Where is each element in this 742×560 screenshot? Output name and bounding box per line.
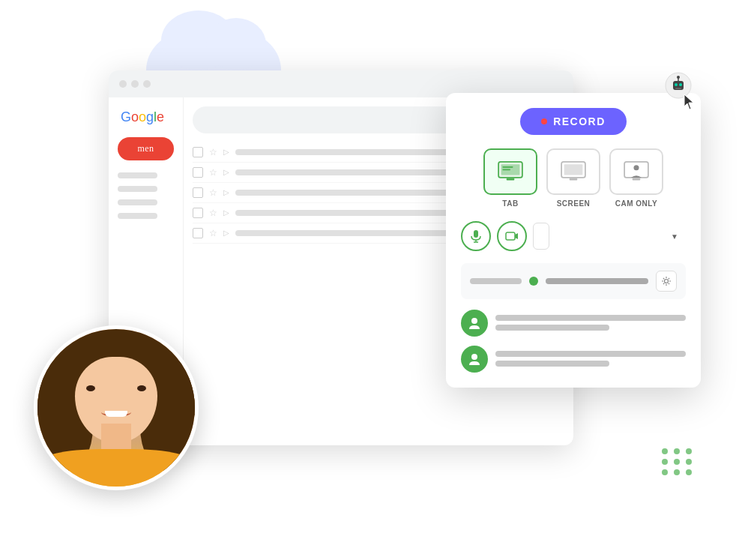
svg-point-2: [675, 83, 678, 86]
screen-mode-label: SCREEN: [557, 199, 591, 208]
svg-rect-13: [564, 164, 583, 175]
gmail-arrow: ▷: [223, 188, 229, 196]
dot: [686, 469, 692, 475]
gmail-checkbox[interactable]: [193, 147, 203, 157]
select-arrow-icon: ▼: [671, 232, 678, 240]
gmail-checkbox[interactable]: [193, 167, 203, 178]
mode-cam-only[interactable]: CAM ONLY: [609, 148, 663, 208]
tab-active-dot: [529, 277, 538, 286]
record-button[interactable]: RECORD: [520, 108, 627, 135]
dot: [674, 459, 680, 465]
dot: [662, 448, 668, 454]
gmail-nav-item: [118, 186, 157, 192]
profile-photo: [34, 325, 199, 490]
cursor: [683, 93, 698, 115]
participant-name-line: [495, 351, 686, 357]
mode-screen[interactable]: SCREEN: [546, 148, 600, 208]
browser-dot-2: [131, 80, 139, 88]
dot: [686, 459, 692, 465]
dot: [674, 448, 680, 454]
cam-only-mode-label: CAM ONLY: [615, 199, 657, 208]
svg-rect-9: [507, 178, 515, 180]
settings-button[interactable]: [656, 271, 677, 292]
extension-popup: RECORD TAB: [446, 93, 701, 388]
participant-info: [495, 351, 686, 367]
browser-dot-1: [119, 80, 127, 88]
participant-list: [461, 310, 686, 373]
record-label: RECORD: [553, 115, 606, 127]
svg-point-23: [471, 318, 477, 324]
participant-item: [461, 346, 686, 373]
svg-point-24: [471, 354, 477, 360]
gmail-nav-item: [118, 199, 157, 205]
tab-icon-box[interactable]: [483, 148, 537, 195]
gmail-star[interactable]: ☆: [209, 228, 217, 238]
tab-line-dark: [546, 278, 648, 284]
gmail-checkbox[interactable]: [193, 228, 203, 238]
camera-select[interactable]: [533, 223, 549, 250]
microphone-button[interactable]: [461, 221, 491, 251]
svg-point-22: [665, 279, 669, 283]
gmail-star[interactable]: ☆: [209, 187, 217, 198]
svg-point-6: [677, 76, 680, 79]
participant-item: [461, 310, 686, 337]
participant-avatar: [461, 346, 488, 373]
record-dot: [541, 118, 547, 124]
camera-button[interactable]: [497, 221, 527, 251]
dot: [662, 459, 668, 465]
participant-info: [495, 315, 686, 331]
tab-indicator-line: [470, 278, 522, 284]
mode-options: TAB SCREEN: [461, 148, 686, 208]
gmail-checkbox[interactable]: [193, 187, 203, 198]
participant-status-line: [495, 325, 609, 331]
svg-rect-11: [502, 169, 510, 170]
gmail-arrow: ▷: [223, 148, 229, 156]
av-controls: ▼: [461, 221, 686, 251]
svg-rect-10: [502, 166, 513, 167]
participant-avatar: [461, 310, 488, 337]
screen-icon-box[interactable]: [546, 148, 600, 195]
gmail-logo: Google: [118, 109, 174, 125]
camera-select-wrapper: ▼: [533, 223, 686, 250]
svg-rect-18: [474, 230, 478, 238]
svg-rect-21: [506, 232, 515, 240]
scene: Google men ☆ ▷ ☆: [34, 25, 708, 535]
gmail-arrow: ▷: [223, 168, 229, 176]
gmail-compose-button[interactable]: men: [118, 137, 174, 160]
participant-status-line: [495, 361, 609, 367]
dot: [686, 448, 692, 454]
svg-point-16: [633, 165, 639, 170]
svg-rect-4: [675, 88, 681, 89]
participant-name-line: [495, 315, 686, 321]
cam-icon-box[interactable]: [609, 148, 663, 195]
tab-mode-label: TAB: [502, 199, 518, 208]
browser-dot-3: [143, 80, 151, 88]
gmail-arrow: ▷: [223, 208, 229, 217]
gmail-star[interactable]: ☆: [209, 147, 217, 157]
dot: [674, 469, 680, 475]
svg-rect-17: [633, 178, 641, 180]
gmail-star[interactable]: ☆: [209, 167, 217, 178]
svg-rect-14: [570, 178, 578, 180]
gmail-arrow: ▷: [223, 229, 229, 237]
dots-decoration: [662, 448, 693, 475]
dot: [662, 469, 668, 475]
gmail-nav-item: [118, 172, 157, 178]
svg-point-3: [679, 83, 682, 86]
gmail-nav-item: [118, 213, 157, 219]
mode-tab[interactable]: TAB: [483, 148, 537, 208]
gmail-checkbox[interactable]: [193, 208, 203, 218]
gmail-star[interactable]: ☆: [209, 208, 217, 218]
tab-bar-section: [461, 263, 686, 299]
